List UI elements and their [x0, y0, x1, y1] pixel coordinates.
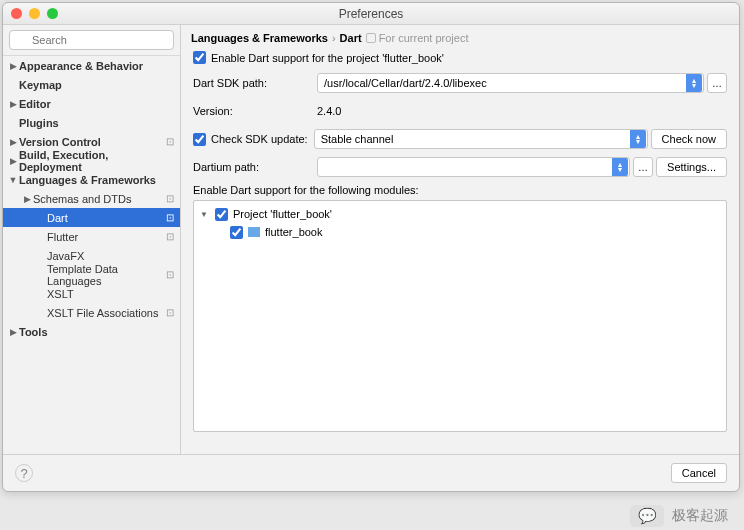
project-scope-icon: ⊡ [160, 231, 174, 242]
settings-tree: ▶Appearance & BehaviorKeymap▶EditorPlugi… [3, 56, 180, 454]
breadcrumb-scope: For current project [379, 32, 469, 44]
modules-tree[interactable]: ▼ Project 'flutter_book' flutter_book [193, 200, 727, 432]
dartium-browse-button[interactable]: … [633, 157, 653, 177]
sidebar-item-label: Plugins [19, 117, 160, 129]
expand-arrow-icon: ▶ [7, 61, 19, 71]
sdk-path-browse-button[interactable]: … [707, 73, 727, 93]
sidebar-item-label: Flutter [47, 231, 160, 243]
sidebar-item[interactable]: ▶Schemas and DTDs⊡ [3, 189, 180, 208]
sidebar-item-label: Build, Execution, Deployment [19, 149, 160, 173]
sidebar-item-label: Appearance & Behavior [19, 60, 160, 72]
sidebar-item[interactable]: Template Data Languages⊡ [3, 265, 180, 284]
project-scope-icon: ⊡ [160, 269, 174, 280]
sidebar-item-label: Editor [19, 98, 160, 110]
project-scope-icon [366, 33, 376, 43]
project-scope-icon: ⊡ [160, 136, 174, 147]
expand-arrow-icon: ▶ [7, 137, 19, 147]
sidebar-item[interactable]: ▶Appearance & Behavior [3, 56, 180, 75]
expand-arrow-icon: ▼ [7, 175, 19, 185]
sidebar-item[interactable]: ▶Tools [3, 322, 180, 341]
sidebar-item[interactable]: XSLT File Associations⊡ [3, 303, 180, 322]
search-input[interactable] [9, 30, 174, 50]
dartium-settings-button[interactable]: Settings... [656, 157, 727, 177]
sidebar-item[interactable]: Plugins [3, 113, 180, 132]
project-scope-icon: ⊡ [160, 212, 174, 223]
sidebar-item[interactable]: ▶Editor [3, 94, 180, 113]
window-title: Preferences [3, 7, 739, 21]
module-project-label: Project 'flutter_book' [233, 208, 332, 220]
chevron-right-icon: › [332, 32, 336, 44]
sidebar-item[interactable]: XSLT [3, 284, 180, 303]
module-child-label: flutter_book [265, 226, 322, 238]
chevron-updown-icon: ▴▾ [630, 130, 646, 148]
expand-arrow-icon: ▶ [7, 156, 19, 166]
project-scope-icon: ⊡ [160, 307, 174, 318]
sidebar-item-label: Version Control [19, 136, 160, 148]
sidebar: ▶Appearance & BehaviorKeymap▶EditorPlugi… [3, 25, 181, 454]
close-icon[interactable] [11, 8, 22, 19]
sidebar-item-label: Languages & Frameworks [19, 174, 160, 186]
wechat-icon: 💬 [630, 505, 664, 527]
sidebar-item[interactable]: ▼Languages & Frameworks [3, 170, 180, 189]
module-project-checkbox[interactable] [215, 208, 228, 221]
titlebar: Preferences [3, 3, 739, 25]
chevron-updown-icon: ▴▾ [686, 74, 702, 92]
module-icon [248, 227, 260, 237]
chevron-updown-icon: ▴▾ [612, 158, 628, 176]
version-value: 2.4.0 [317, 105, 727, 117]
check-sdk-checkbox[interactable] [193, 133, 206, 146]
sidebar-item-label: JavaFX [47, 250, 160, 262]
sidebar-item[interactable]: Keymap [3, 75, 180, 94]
enable-dart-checkbox[interactable] [193, 51, 206, 64]
sidebar-item[interactable]: Flutter⊡ [3, 227, 180, 246]
sdk-path-label: Dart SDK path: [193, 77, 311, 89]
dartium-path-label: Dartium path: [193, 161, 311, 173]
version-label: Version: [193, 105, 311, 117]
modules-label: Enable Dart support for the following mo… [193, 184, 727, 196]
dartium-path-field[interactable]: ▴▾ [317, 157, 630, 177]
sidebar-item-label: Schemas and DTDs [33, 193, 160, 205]
sidebar-item-label: XSLT [47, 288, 160, 300]
sidebar-item-label: Keymap [19, 79, 160, 91]
channel-select[interactable]: Stable channel ▴▾ [314, 129, 648, 149]
breadcrumb-leaf: Dart [340, 32, 362, 44]
expand-arrow-icon: ▶ [7, 99, 19, 109]
check-now-button[interactable]: Check now [651, 129, 727, 149]
cancel-button[interactable]: Cancel [671, 463, 727, 483]
check-sdk-label: Check SDK update: [211, 133, 308, 145]
enable-dart-label: Enable Dart support for the project 'flu… [211, 52, 444, 64]
sidebar-item[interactable]: Dart⊡ [3, 208, 180, 227]
breadcrumb-root[interactable]: Languages & Frameworks [191, 32, 328, 44]
help-button[interactable]: ? [15, 464, 33, 482]
expand-icon[interactable]: ▼ [200, 210, 210, 219]
watermark: 💬 极客起源 [630, 505, 728, 527]
sdk-path-field[interactable]: /usr/local/Cellar/dart/2.4.0/libexec ▴▾ [317, 73, 704, 93]
sidebar-item-label: Tools [19, 326, 160, 338]
maximize-icon[interactable] [47, 8, 58, 19]
sidebar-item[interactable]: ▶Build, Execution, Deployment [3, 151, 180, 170]
breadcrumb: Languages & Frameworks › Dart For curren… [181, 25, 739, 49]
sidebar-item-label: Dart [47, 212, 160, 224]
sidebar-item-label: XSLT File Associations [47, 307, 160, 319]
module-child-checkbox[interactable] [230, 226, 243, 239]
expand-arrow-icon: ▶ [21, 194, 33, 204]
project-scope-icon: ⊡ [160, 193, 174, 204]
expand-arrow-icon: ▶ [7, 327, 19, 337]
minimize-icon[interactable] [29, 8, 40, 19]
sidebar-item-label: Template Data Languages [47, 263, 160, 287]
